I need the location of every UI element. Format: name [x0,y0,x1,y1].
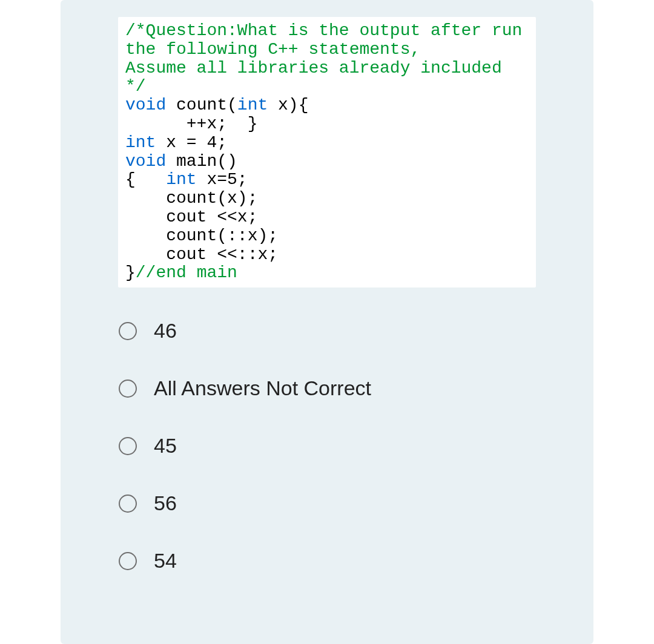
code-snippet: /*Question:What is the output after run … [118,17,536,288]
code-kw: int [166,170,196,189]
option-5[interactable]: 54 [119,549,579,573]
code-line: cout <<x; [125,208,257,226]
code-line: cout <<::x; [125,245,278,264]
option-label: All Answers Not Correct [154,376,371,400]
radio-icon [119,552,137,570]
option-1[interactable]: 46 [119,319,579,343]
option-3[interactable]: 45 [119,434,579,458]
code-line: Assume all libraries already included [125,59,502,77]
answer-options: 46 All Answers Not Correct 45 56 54 [75,319,579,573]
option-label: 56 [154,491,177,515]
code-kw: void [125,152,166,171]
question-card: /*Question:What is the output after run … [61,0,593,644]
code-line: count(::x); [125,226,278,245]
code-line: count(x); [125,189,257,208]
option-2[interactable]: All Answers Not Correct [119,376,579,400]
code-kw: void [125,96,166,114]
code-text: main() [166,152,237,171]
radio-icon [119,437,137,455]
code-line: ++x; } [125,114,257,133]
radio-icon [119,380,137,398]
code-text: x=5; [197,170,248,189]
code-text: x){ [268,96,308,114]
code-line: the following C++ statements, [125,40,420,59]
code-text: count( [166,96,237,114]
code-line: */ [125,77,146,96]
option-label: 45 [154,434,177,458]
code-text: { [125,170,166,189]
radio-icon [119,494,137,513]
code-text: x = 4; [156,133,227,152]
option-label: 54 [154,549,177,573]
code-line: /*Question:What is the output after run [125,21,522,40]
code-text: } [125,263,136,282]
option-label: 46 [154,319,177,343]
code-comment: //end main [136,263,237,282]
radio-icon [119,322,137,340]
code-kw: int [237,96,268,114]
option-4[interactable]: 56 [119,491,579,515]
code-kw: int [125,133,156,152]
